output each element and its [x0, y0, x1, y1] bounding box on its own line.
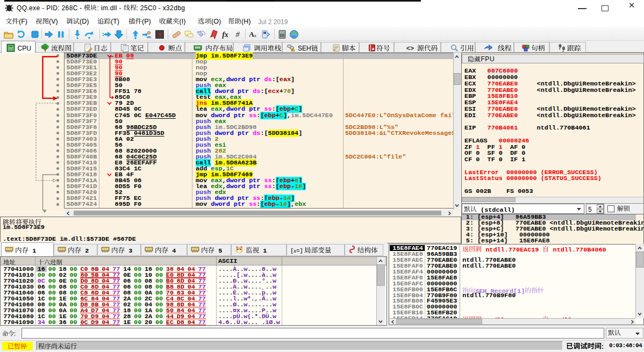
svg-text:#: # — [235, 30, 240, 39]
svg-text:fx: fx — [222, 31, 228, 39]
svg-text:!: ! — [292, 48, 293, 52]
svg-text:S: S — [158, 31, 161, 39]
svg-text:32: 32 — [9, 46, 13, 50]
svg-text:A: A — [249, 30, 254, 38]
svg-text:z: z — [254, 33, 256, 38]
svg-text:<>: <> — [406, 45, 413, 53]
